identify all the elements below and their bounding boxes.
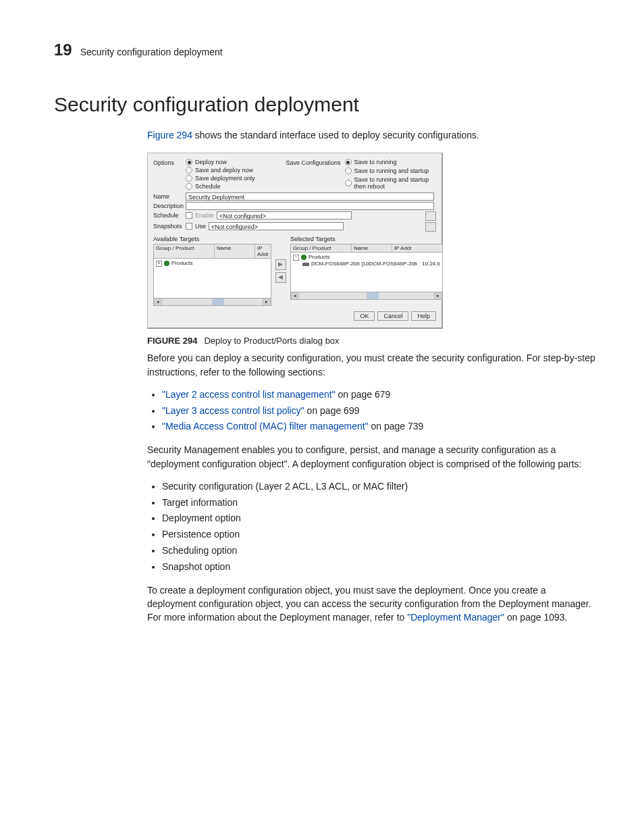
figure-caption-label: FIGURE 294 [147,336,197,346]
available-targets-panel: Available Targets Group / Product Name I… [153,236,271,306]
help-button[interactable]: Help [411,311,436,321]
page: 19 Security configuration deployment Sec… [0,0,644,834]
intro-text: shows the standard interface used to dep… [192,130,479,140]
cancel-button[interactable]: Cancel [377,311,408,321]
selected-product-row[interactable]: DCM-FOS648P-206 [10DCM-FOS648P-206 10.24… [302,261,440,267]
list-item: Target information [162,495,597,511]
schedule-label: Schedule [153,211,182,219]
list-item: "Layer 3 access control list policy" on … [162,403,597,419]
scroll-left-icon[interactable]: ◂ [154,298,162,305]
selected-scrollbar[interactable]: ◂ ▸ [290,292,443,300]
available-scrollbar[interactable]: ◂ ▸ [153,298,271,306]
layer3-link[interactable]: "Layer 3 access control list policy" [162,405,304,416]
radio-on-icon [345,159,352,165]
running-header-text: Security configuration deployment [80,47,223,57]
switch-icon [302,263,309,266]
option-deploy-now[interactable]: Deploy now [186,159,265,165]
list-item: Deployment option [162,511,597,527]
snapshots-use-checkbox[interactable] [186,223,192,230]
list-item: Scheduling option [162,543,597,559]
snapshots-browse-button[interactable] [425,222,436,232]
figure-caption: FIGURE 294Deploy to Product/Ports dialog… [147,336,597,346]
selected-table-body[interactable]: − Products DCM-FOS648P-206 [10DCM-FOS648… [290,253,443,292]
figure-caption-text: Deploy to Product/Ports dialog box [204,336,339,346]
collapse-icon[interactable]: − [293,255,299,261]
schedule-enable-checkbox[interactable] [186,212,192,219]
globe-icon [301,255,306,260]
move-buttons: ▶ ◀ [275,236,286,306]
radio-off-icon [345,167,352,174]
schedule-enable-text: Enable [195,212,214,219]
available-targets-label: Available Targets [153,236,271,242]
name-field[interactable]: Security Deployment [186,192,434,201]
radio-off-icon [186,167,192,174]
list-item: Security configuration (Layer 2 ACL, L3 … [162,479,597,495]
list-item: "Layer 2 access control list management"… [162,387,597,403]
deploy-dialog: Options Deploy now Save and deploy now S… [147,153,443,329]
deployment-manager-link[interactable]: "Deployment Manager" [407,612,504,623]
options-label: Options [153,159,182,166]
scroll-left-icon[interactable]: ◂ [291,292,299,299]
selected-table-header: Group / Product Name IP Addr [290,244,443,253]
schedule-browse-button[interactable] [425,211,436,221]
scroll-right-icon[interactable]: ▸ [263,298,271,305]
list-item: Persistence option [162,527,597,543]
save-to-running[interactable]: Save to running [345,159,436,165]
save-config-label: Save Configurations [286,159,341,166]
option-save-deploy-now[interactable]: Save and deploy now [186,167,265,174]
list-item: Snapshot option [162,559,597,575]
globe-icon [164,261,169,266]
list-item: "Media Access Control (MAC) filter manag… [162,419,597,435]
mac-filter-link[interactable]: "Media Access Control (MAC) filter manag… [162,421,369,432]
radio-off-icon [345,180,352,186]
parts-intro-paragraph: Security Management enables you to confi… [147,443,597,471]
running-header: 19 Security configuration deployment [54,41,597,59]
ok-button[interactable]: OK [354,311,375,321]
section-links-list: "Layer 2 access control list management"… [147,387,597,435]
radio-on-icon [186,159,192,165]
description-label: Description [153,202,182,209]
chapter-number: 19 [54,41,72,59]
available-table-header: Group / Product Name IP Addr [153,244,271,259]
expand-icon[interactable]: + [156,261,162,267]
figure-reference-link[interactable]: Figure 294 [147,130,192,140]
parts-list: Security configuration (Layer 2 ACL, L3 … [147,479,597,575]
option-save-only[interactable]: Save deployment only [186,175,265,182]
save-running-startup[interactable]: Save to running and startup [345,167,436,174]
selected-targets-panel: Selected Targets Group / Product Name IP… [290,236,443,306]
scroll-right-icon[interactable]: ▸ [434,292,442,299]
snapshots-label: Snapshots [153,222,182,230]
page-title: Security configuration deployment [54,93,597,116]
radio-off-icon [186,175,192,182]
move-left-button[interactable]: ◀ [275,272,286,283]
snapshots-use-text: Use [195,223,206,230]
available-table-body[interactable]: + Products [153,259,271,298]
schedule-field[interactable]: <Not configured> [217,211,352,219]
description-field[interactable] [186,202,434,210]
intro-paragraph: Figure 294 shows the standard interface … [147,128,597,142]
snapshots-field[interactable]: <Not configured> [209,222,344,230]
figure-294: Options Deploy now Save and deploy now S… [147,153,597,346]
name-label: Name [153,192,182,200]
body-content: Figure 294 shows the standard interface … [147,128,597,625]
selected-targets-label: Selected Targets [290,236,443,242]
move-right-button[interactable]: ▶ [275,259,286,270]
save-running-startup-reboot[interactable]: Save to running and startup then reboot [345,176,436,190]
option-schedule[interactable]: Schedule [186,183,265,190]
radio-off-icon [186,183,192,190]
closing-paragraph: To create a deployment configuration obj… [147,583,597,625]
layer2-link[interactable]: "Layer 2 access control list management" [162,389,336,400]
pre-links-paragraph: Before you can deploy a security configu… [147,351,597,379]
